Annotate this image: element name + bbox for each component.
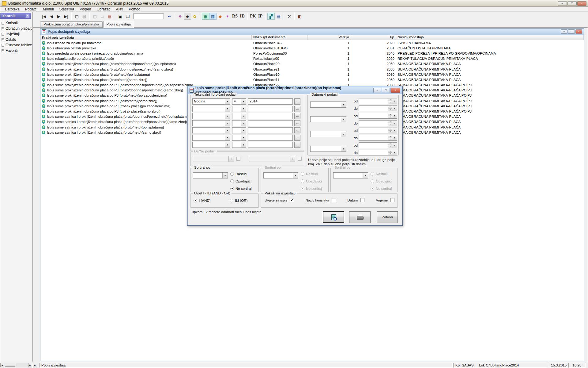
table-row[interactable]: Ispis iznosa za isplatu po bankama Obrac…	[40, 40, 584, 45]
date-from-spinner[interactable]: ▲▼ ▼	[359, 113, 397, 119]
filter-value-field[interactable]	[248, 127, 293, 133]
radio-opadajuci[interactable]	[371, 179, 374, 183]
chevron-down-icon[interactable]: ▼	[241, 106, 246, 112]
date-to-spinner[interactable]: ▲▼ ▼	[359, 105, 397, 111]
pk-button[interactable]: PK	[249, 13, 257, 20]
expand-plus-icon[interactable]: +	[2, 33, 4, 36]
expand-plus-icon[interactable]: +	[2, 44, 4, 47]
print-button[interactable]	[349, 211, 371, 223]
sidebar-close-icon[interactable]: ×	[25, 14, 30, 18]
diamond-icon[interactable]: ◆	[217, 13, 224, 20]
expand-plus-icon[interactable]: +	[2, 38, 4, 41]
filter-field-combo[interactable]: ▼	[192, 106, 230, 112]
menu-item[interactable]: Podatci	[22, 7, 40, 11]
show-option-checkbox[interactable]: ✓	[332, 198, 336, 202]
date-from-spinner[interactable]: ▲▼ ▼	[359, 98, 397, 104]
radio-rastuci[interactable]	[230, 172, 234, 176]
flower-icon[interactable]: ✿	[191, 13, 198, 20]
chevron-down-icon[interactable]: ▼	[241, 121, 246, 126]
filter-more-button[interactable]: ...	[294, 127, 300, 133]
sidebar-tree-item[interactable]: + Favoriti	[0, 48, 32, 53]
filter-value-field[interactable]	[248, 113, 293, 119]
radio-ne-sortiraj[interactable]	[230, 187, 234, 190]
user-icon[interactable]: ☻	[184, 13, 191, 20]
menu-item[interactable]: Alati	[113, 7, 126, 11]
date-field-combo[interactable]: ▼	[310, 131, 346, 137]
calendar-dropdown-icon[interactable]: ▼	[392, 143, 397, 148]
nav-last-button[interactable]: ▶|	[62, 13, 70, 20]
table-row[interactable]: Ispis sume proknjiženih obračuna plaća (…	[40, 72, 584, 77]
child-minimize-button[interactable]: −	[561, 29, 567, 34]
nav-prev-button[interactable]: ◀	[48, 13, 55, 20]
show-option-checkbox[interactable]: ✓	[290, 198, 294, 202]
filter-value-field[interactable]: 2014	[248, 98, 293, 105]
date-from-spinner[interactable]: ▲▼ ▼	[359, 142, 397, 148]
filter-operator-combo[interactable]: ▼	[232, 120, 246, 126]
column-header-opis[interactable]: Kratki opis izvještaja	[40, 35, 252, 40]
radio-rastuci[interactable]	[301, 172, 304, 176]
menu-item[interactable]: Obrazac	[94, 7, 113, 11]
expand-plus-icon[interactable]: +	[2, 22, 4, 25]
calendar-dropdown-icon[interactable]: ▼	[392, 113, 397, 118]
pinwheel-icon[interactable]: ✶	[224, 13, 231, 20]
filter-field-combo[interactable]: Godina ▼	[192, 98, 230, 105]
chart-icon[interactable]: ▞	[267, 13, 275, 20]
sort-field-combo[interactable]: ▼	[333, 172, 368, 178]
sidebar-tree-item[interactable]: + Izvještaji	[0, 31, 32, 37]
spinner-updown-icon[interactable]: ▲▼	[388, 98, 392, 104]
menu-item[interactable]: Datoteka	[2, 7, 22, 11]
chevron-down-icon[interactable]: ▼	[225, 142, 230, 148]
exit-icon[interactable]: ◧	[296, 13, 303, 20]
spinner-updown-icon[interactable]: ▲▼	[388, 113, 392, 118]
column-header-naslov[interactable]: Naslov izvještaja	[396, 35, 584, 40]
nav-next-button[interactable]: ▶	[55, 13, 62, 20]
radio-rastuci[interactable]	[371, 172, 374, 176]
grid-blue-icon[interactable]: ▥	[209, 13, 217, 20]
sidebar-tree-item[interactable]: + Obračun plaće/prit	[0, 26, 32, 31]
filter-operator-combo[interactable]: ▼	[232, 127, 246, 133]
books-icon[interactable]: ▤	[275, 13, 282, 20]
dialog-minimize-button[interactable]: −	[373, 88, 381, 93]
filter-operator-combo[interactable]: = ▼	[232, 98, 246, 105]
new-record-icon[interactable]: ▢	[73, 13, 81, 20]
chevron-down-icon[interactable]: ▼	[222, 173, 228, 178]
zatvori-button[interactable]: Zatvori	[377, 211, 398, 223]
edit-record-icon[interactable]: ▤	[81, 13, 88, 20]
tab-scroll-icon[interactable]: ▶	[33, 363, 37, 367]
expand-plus-icon[interactable]: +	[2, 27, 4, 30]
radio-opadajuci[interactable]	[301, 179, 304, 183]
chevron-down-icon[interactable]: ▼	[341, 131, 346, 137]
filter-field-combo[interactable]: ▼	[192, 113, 230, 119]
dialog-maximize-button[interactable]: □	[382, 88, 390, 93]
printer-icon[interactable]: ▭	[99, 13, 106, 20]
table-row[interactable]: Ispis sume proknjiženih obračuna plaća (…	[40, 67, 584, 72]
chevron-down-icon[interactable]: ▼	[225, 99, 230, 104]
nav-first-button[interactable]: |◀	[40, 13, 48, 20]
close-button[interactable]: ×	[577, 1, 586, 6]
menu-item[interactable]: Moduli	[40, 7, 56, 11]
toolbar-filter-input[interactable]	[133, 13, 164, 19]
table-row[interactable]: Ispis sume proknjiženih obračuna plaća (…	[40, 77, 584, 82]
filter-more-button[interactable]: ...	[294, 106, 300, 112]
filter-more-button[interactable]: ...	[294, 113, 300, 119]
table-row[interactable]: Ispis rekapitulacije obračuna primitka/p…	[40, 56, 584, 61]
scrollbar-thumb[interactable]	[5, 363, 15, 367]
calendar-dropdown-icon[interactable]: ▼	[392, 128, 397, 133]
filter-more-button[interactable]: ...	[294, 120, 300, 126]
chevron-down-icon[interactable]: ▼	[241, 135, 246, 140]
calendar-dropdown-icon[interactable]: ▼	[392, 135, 397, 140]
column-header-rpt[interactable]: Naziv rpt dokumenta	[252, 35, 307, 40]
date-to-spinner[interactable]: ▲▼ ▼	[359, 135, 397, 141]
tree-horizontal-scrollbar[interactable]: ◀ ▶	[0, 363, 32, 367]
spinner-updown-icon[interactable]: ▲▼	[388, 135, 392, 140]
sidebar-tree-item[interactable]: + Ostalo	[0, 37, 32, 42]
radio-or[interactable]	[230, 199, 233, 202]
calendar-dropdown-icon[interactable]: ▼	[392, 121, 397, 126]
date-from-spinner[interactable]: ▲▼ ▼	[359, 128, 397, 133]
spinner-updown-icon[interactable]: ▲▼	[388, 143, 392, 148]
rs-button[interactable]: RS	[231, 13, 239, 20]
filter-field-combo[interactable]: ▼	[192, 127, 230, 133]
sidebar-tree-item[interactable]: + Korisnik	[0, 20, 32, 26]
calendar-dropdown-icon[interactable]: ▼	[392, 150, 397, 155]
filter-value-field[interactable]	[248, 106, 293, 112]
